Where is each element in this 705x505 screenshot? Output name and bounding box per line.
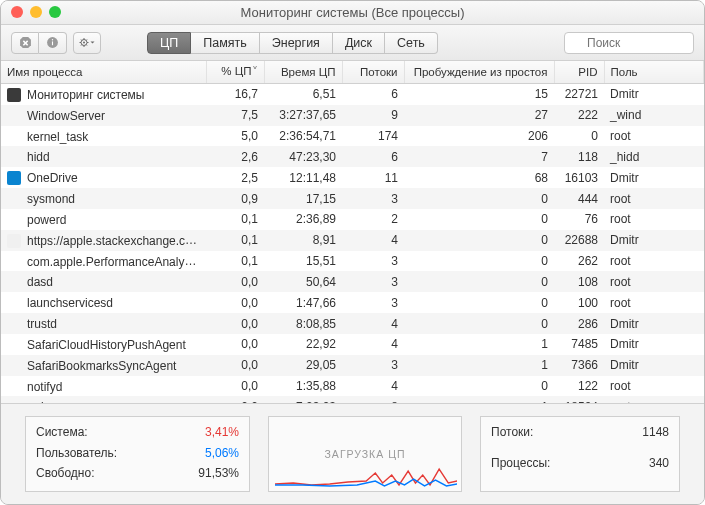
process-name: Мониторинг системы <box>27 88 145 102</box>
cell-threads: 6 <box>342 146 404 167</box>
cell-threads: 6 <box>342 84 404 105</box>
cpu-breakdown-panel: Система: 3,41% Пользователь: 5,06% Свобо… <box>25 416 250 492</box>
app-icon <box>7 171 21 185</box>
cell-threads: 4 <box>342 313 404 334</box>
tab-segmented-control: ЦП Память Энергия Диск Сеть <box>147 32 438 54</box>
process-name: OneDrive <box>27 171 78 185</box>
col-cpu-pct[interactable]: % ЦП ˅ <box>206 61 264 84</box>
cell-threads: 9 <box>342 105 404 126</box>
table-row[interactable]: com.apple.PerformanceAnalysis.a0,115,513… <box>1 251 704 272</box>
footer: Система: 3,41% Пользователь: 5,06% Свобо… <box>1 404 704 504</box>
cell-threads: 8 <box>342 396 404 404</box>
svg-line-11 <box>81 45 82 46</box>
col-user[interactable]: Поль <box>604 61 704 84</box>
cell-threads: 4 <box>342 334 404 355</box>
cell-pid: 122 <box>554 376 604 397</box>
process-name: dasd <box>27 275 53 289</box>
cell-idle_wake: 0 <box>404 292 554 313</box>
cell-idle_wake: 1 <box>404 396 554 404</box>
cell-threads: 2 <box>342 209 404 230</box>
cell-cpu_pct: 16,7 <box>206 84 264 105</box>
process-table[interactable]: Имя процесса % ЦП ˅ Время ЦП Потоки Проб… <box>1 61 704 404</box>
table-row[interactable]: SafariCloudHistoryPushAgent0,022,9241748… <box>1 334 704 355</box>
cell-cpu_pct: 2,5 <box>206 167 264 188</box>
traffic-lights <box>11 6 61 18</box>
window-title: Мониторинг системы (Все процессы) <box>241 5 465 20</box>
maximize-icon[interactable] <box>49 6 61 18</box>
cell-user: Dmitr <box>604 230 704 251</box>
table-row[interactable]: WindowServer7,53:27:37,65927222_wind <box>1 105 704 126</box>
cell-user: root <box>604 396 704 404</box>
stop-process-button[interactable] <box>11 32 39 54</box>
table-row[interactable]: kernel_task5,02:36:54,711742060root <box>1 126 704 147</box>
table-row[interactable]: Мониторинг системы16,76,5161522721Dmitr <box>1 84 704 105</box>
settings-button[interactable] <box>73 32 101 54</box>
cell-user: Dmitr <box>604 167 704 188</box>
cell-cpu_time: 7:23,23 <box>264 396 342 404</box>
cell-cpu_time: 22,92 <box>264 334 342 355</box>
cell-threads: 3 <box>342 271 404 292</box>
svg-line-10 <box>86 45 87 46</box>
cell-user: root <box>604 271 704 292</box>
cell-idle_wake: 0 <box>404 376 554 397</box>
svg-point-2 <box>52 39 53 40</box>
free-label: Свободно: <box>36 466 198 483</box>
cell-cpu_pct: 2,6 <box>206 146 264 167</box>
process-name: notifyd <box>27 379 62 393</box>
cell-cpu_time: 3:27:37,65 <box>264 105 342 126</box>
stop-icon <box>19 36 32 49</box>
cell-cpu_time: 15,51 <box>264 251 342 272</box>
cell-cpu_pct: 7,5 <box>206 105 264 126</box>
table-row[interactable]: dasd0,050,6430108root <box>1 271 704 292</box>
col-pid[interactable]: PID <box>554 61 604 84</box>
cell-pid: 7485 <box>554 334 604 355</box>
user-value: 5,06% <box>198 446 239 463</box>
table-row[interactable]: SafariBookmarksSyncAgent0,029,05317366Dm… <box>1 355 704 376</box>
app-icon <box>7 234 21 248</box>
cell-idle_wake: 7 <box>404 146 554 167</box>
cell-cpu_time: 8,91 <box>264 230 342 251</box>
cell-idle_wake: 0 <box>404 209 554 230</box>
col-threads[interactable]: Потоки <box>342 61 404 84</box>
search-input[interactable] <box>564 32 694 54</box>
cell-cpu_time: 47:23,30 <box>264 146 342 167</box>
cell-cpu_time: 29,05 <box>264 355 342 376</box>
table-row[interactable]: trustd0,08:08,8540286Dmitr <box>1 313 704 334</box>
table-row[interactable]: launchservicesd0,01:47,6630100root <box>1 292 704 313</box>
cell-idle_wake: 15 <box>404 84 554 105</box>
cell-threads: 3 <box>342 251 404 272</box>
info-button[interactable] <box>39 32 67 54</box>
threads-value: 1148 <box>642 425 669 452</box>
table-row[interactable]: https://apple.stackexchange.com0,18,9140… <box>1 230 704 251</box>
table-row[interactable]: powerd0,12:36,892076root <box>1 209 704 230</box>
col-name[interactable]: Имя процесса <box>1 61 206 84</box>
col-idle-wake[interactable]: Пробуждение из простоя <box>404 61 554 84</box>
table-row[interactable]: OneDrive2,512:11,48116816103Dmitr <box>1 167 704 188</box>
cell-idle_wake: 1 <box>404 355 554 376</box>
info-icon <box>46 36 59 49</box>
tab-network[interactable]: Сеть <box>385 32 438 54</box>
tab-disk[interactable]: Диск <box>333 32 385 54</box>
activity-monitor-window: Мониторинг системы (Все процессы) ЦП Пам… <box>0 0 705 505</box>
process-name: kernel_task <box>27 129 88 143</box>
table-row[interactable]: notifyd0,01:35,8840122root <box>1 376 704 397</box>
tab-cpu[interactable]: ЦП <box>147 32 191 54</box>
tab-memory[interactable]: Память <box>191 32 260 54</box>
cell-user: root <box>604 376 704 397</box>
process-name: com.apple.PerformanceAnalysis.a <box>27 254 206 269</box>
table-row[interactable]: hidd2,647:23,3067118_hidd <box>1 146 704 167</box>
cell-cpu_time: 12:11,48 <box>264 167 342 188</box>
cell-idle_wake: 0 <box>404 251 554 272</box>
cell-pid: 262 <box>554 251 604 272</box>
minimize-icon[interactable] <box>30 6 42 18</box>
process-name: sysmond <box>27 192 75 206</box>
titlebar[interactable]: Мониторинг системы (Все процессы) <box>1 1 704 25</box>
cell-threads: 3 <box>342 355 404 376</box>
table-row[interactable]: sysmond0,917,1530444root <box>1 188 704 209</box>
tab-energy[interactable]: Энергия <box>260 32 333 54</box>
cell-user: root <box>604 209 704 230</box>
close-icon[interactable] <box>11 6 23 18</box>
cell-pid: 76 <box>554 209 604 230</box>
table-row[interactable]: mds0,07:23,238118504root <box>1 396 704 404</box>
col-cpu-time[interactable]: Время ЦП <box>264 61 342 84</box>
